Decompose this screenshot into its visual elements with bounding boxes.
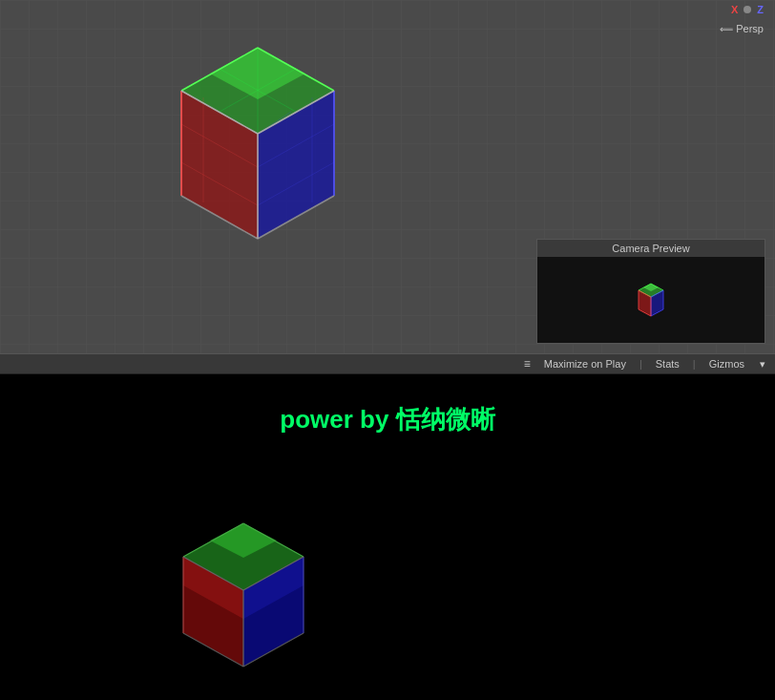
gizmos-button[interactable]: Gizmos xyxy=(707,358,746,370)
game-cube-svg xyxy=(162,509,325,671)
axis-x-label: X xyxy=(731,4,738,15)
camera-preview-screen xyxy=(537,257,765,343)
camera-preview-title: Camera Preview xyxy=(537,240,765,257)
persp-label: Persp xyxy=(720,23,764,34)
maximize-on-play-button[interactable]: Maximize on Play xyxy=(542,358,628,370)
toolbar: ≡ Maximize on Play | Stats | Gizmos ▾ xyxy=(0,353,775,374)
game-viewport[interactable]: power by 恬纳微晰 xyxy=(0,374,775,700)
stats-button[interactable]: Stats xyxy=(654,358,681,370)
power-text: power by 恬纳微晰 xyxy=(280,403,494,436)
scene-cube-svg xyxy=(153,29,363,248)
axis-indicators: X Z xyxy=(731,4,764,15)
preview-cube-svg xyxy=(627,276,675,324)
toolbar-separator-1: | xyxy=(639,358,642,370)
camera-preview-panel: Camera Preview xyxy=(536,239,765,344)
axis-z-label: Z xyxy=(757,4,764,15)
game-cube xyxy=(162,509,325,671)
scene-cube xyxy=(153,29,363,248)
axis-center-dot xyxy=(744,6,751,13)
toolbar-menu-icon: ≡ xyxy=(524,357,531,371)
gizmos-dropdown-icon[interactable]: ▾ xyxy=(758,358,767,371)
scene-viewport[interactable]: X Z Persp xyxy=(0,0,775,353)
toolbar-separator-2: | xyxy=(693,358,696,370)
